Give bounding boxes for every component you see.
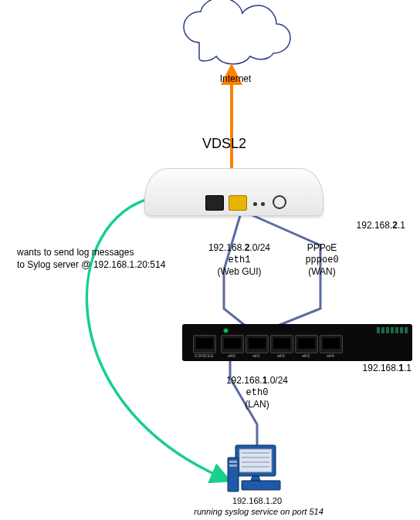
pppoe-block: PPPoE pppoe0 (WAN) xyxy=(295,242,349,279)
workstation-ip: 192.168.1.20 xyxy=(218,495,296,506)
er-led-icon xyxy=(224,329,228,333)
internet-label: Internet xyxy=(216,73,255,86)
er-port-eth4 xyxy=(320,335,343,353)
pppoe-role: (WAN) xyxy=(295,266,349,279)
er-port-label: eth2 xyxy=(270,353,292,358)
eth0-role: (LAN) xyxy=(218,399,296,411)
modem-port-yellow xyxy=(229,195,247,211)
er-port-label: eth0 xyxy=(221,353,242,358)
eth0-block: 192.168.1.0/24 eth0 (LAN) xyxy=(218,375,296,411)
eth0-iface: eth0 xyxy=(218,387,296,400)
modem-led-icon xyxy=(261,202,265,206)
er-port-eth1 xyxy=(246,335,269,353)
svg-rect-9 xyxy=(229,464,237,467)
edgerouter-logo-icon xyxy=(377,327,408,333)
er-port-label: CONSOLE xyxy=(193,353,215,358)
syslog-note-line2: to Sylog server @ 192.168.1.20:514 xyxy=(17,259,187,272)
eth1-role: (Web GUI) xyxy=(201,266,278,279)
eth1-block: 192.168.2.0/24 eth1 (Web GUI) xyxy=(201,242,278,279)
modem-ip-label: 192.168.2.1 xyxy=(332,220,405,232)
link-type-label: VDSL2 xyxy=(202,135,246,153)
eth1-iface: eth1 xyxy=(201,255,278,267)
eth1-subnet: 192.168.2.0/24 xyxy=(201,242,278,255)
modem-led-icon xyxy=(253,202,257,206)
svg-rect-8 xyxy=(229,461,237,463)
svg-rect-10 xyxy=(242,481,280,490)
er-port-label: eth4 xyxy=(320,353,341,358)
er-port-console xyxy=(193,335,216,353)
pppoe-proto: PPPoE xyxy=(295,242,349,255)
syslog-note: wants to send log messages to Sylog serv… xyxy=(17,247,187,271)
pppoe-iface: pppoe0 xyxy=(295,255,349,267)
er-port-eth2 xyxy=(270,335,293,353)
er-port-label: eth1 xyxy=(246,353,267,358)
modem-power-icon xyxy=(273,195,286,209)
modem-device xyxy=(144,168,323,216)
router-ip-label: 192.168.1.1 xyxy=(338,363,412,375)
modem-port-dark xyxy=(205,195,224,211)
workstation-device xyxy=(226,444,288,498)
syslog-note-line1: wants to send log messages xyxy=(17,247,187,259)
er-port-label: eth3 xyxy=(295,353,317,358)
eth0-subnet: 192.168.1.0/24 xyxy=(218,375,296,387)
er-port-eth3 xyxy=(295,335,318,353)
workstation-caption: running syslog service on port 514 xyxy=(170,506,347,517)
edgerouter-device: CONSOLE eth0 eth1 eth2 eth3 eth4 xyxy=(182,324,412,361)
er-port-eth0 xyxy=(221,335,244,353)
